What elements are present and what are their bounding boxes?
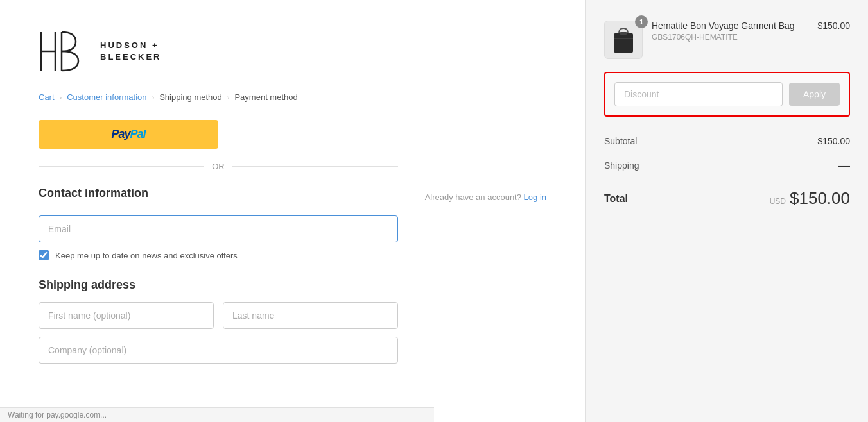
discount-row: Apply [614, 82, 840, 106]
bag-icon [611, 24, 636, 55]
subtotal-label: Subtotal [604, 136, 637, 146]
logo-icon [39, 26, 90, 77]
chevron-icon: › [60, 94, 62, 101]
newsletter-label: Keep me up to date on news and exclusive… [55, 251, 238, 260]
contact-title: Contact information [39, 187, 148, 200]
login-prompt: Already have an account? Log in [425, 192, 546, 202]
product-name: Hematite Bon Voyage Garment Bag [652, 21, 808, 31]
logo: HUDSON + BLEECKER [39, 26, 546, 77]
product-info: Hematite Bon Voyage Garment Bag GBS1706Q… [652, 21, 808, 42]
email-field[interactable] [39, 215, 398, 242]
last-name-field[interactable] [223, 302, 398, 329]
apply-button[interactable]: Apply [789, 83, 840, 106]
or-divider: OR [39, 162, 398, 171]
breadcrumb-customer-info[interactable]: Customer information [67, 92, 146, 102]
total-label: Total [604, 193, 628, 205]
name-row [39, 302, 398, 329]
company-field[interactable] [39, 337, 398, 364]
logo-letters [39, 26, 90, 77]
logo-text: HUDSON + BLEECKER [100, 40, 162, 63]
product-image-wrap: 1 [604, 21, 643, 59]
paypal-logo: PayPal [111, 128, 145, 141]
breadcrumb-cart[interactable]: Cart [39, 92, 55, 102]
breadcrumb: Cart › Customer information › Shipping m… [39, 92, 546, 102]
svg-rect-4 [614, 33, 633, 53]
right-panel: 1 Hematite Bon Voyage Garment Bag GBS170… [586, 0, 868, 422]
breadcrumb-payment: Payment method [234, 92, 297, 102]
shipping-value: — [838, 160, 850, 171]
total-row: Total USD $150.00 [604, 178, 850, 208]
paypal-button[interactable]: PayPal [39, 120, 218, 149]
left-panel: HUDSON + BLEECKER Cart › Customer inform… [0, 0, 586, 422]
product-badge: 1 [635, 15, 648, 28]
login-link[interactable]: Log in [524, 192, 546, 202]
shipping-title: Shipping address [39, 278, 546, 292]
newsletter-checkbox-row: Keep me up to date on news and exclusive… [39, 250, 546, 260]
shipping-row: Shipping — [604, 153, 850, 178]
first-name-field[interactable] [39, 302, 214, 329]
product-row: 1 Hematite Bon Voyage Garment Bag GBS170… [604, 21, 850, 59]
chevron-icon-2: › [152, 94, 155, 101]
subtotal-value: $150.00 [817, 136, 850, 146]
discount-section: Apply [604, 72, 850, 117]
currency-label: USD [770, 197, 786, 206]
breadcrumb-shipping: Shipping method [159, 92, 222, 102]
contact-section-header: Contact information Already have an acco… [39, 187, 546, 208]
shipping-label: Shipping [604, 160, 639, 171]
total-value-wrap: USD $150.00 [770, 189, 850, 208]
chevron-icon-3: › [227, 94, 230, 101]
product-price: $150.00 [817, 21, 850, 31]
discount-input[interactable] [614, 82, 783, 106]
product-sku: GBS1706QH-HEMATITE [652, 33, 808, 42]
newsletter-checkbox[interactable] [39, 250, 49, 260]
svg-rect-6 [620, 32, 627, 35]
subtotal-row: Subtotal $150.00 [604, 130, 850, 153]
total-amount: $150.00 [790, 189, 850, 208]
status-bar: Waiting for pay.google.com... [0, 407, 434, 422]
